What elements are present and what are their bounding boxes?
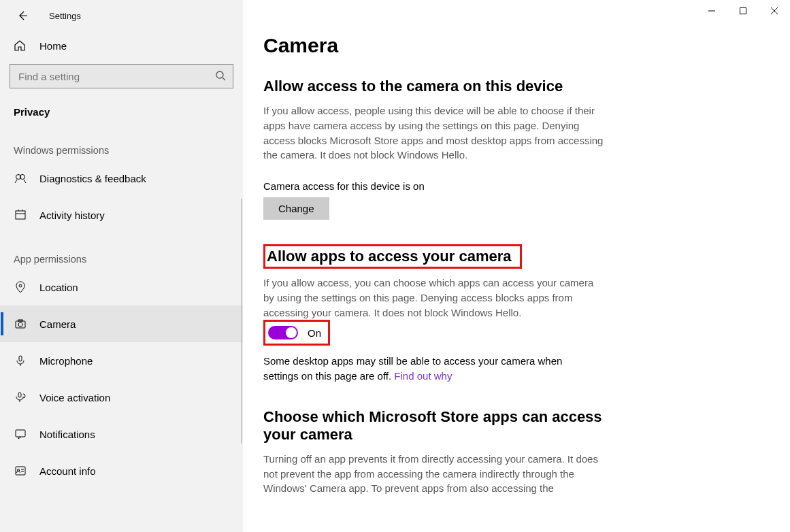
nav-notifications[interactable]: Notifications — [0, 416, 243, 452]
section-windows-permissions: Windows permissions — [0, 124, 243, 160]
svg-point-8 — [19, 284, 22, 287]
nav-label: Activity history — [39, 210, 105, 221]
home-nav[interactable]: Home — [0, 30, 243, 61]
page-title: Camera — [263, 34, 790, 57]
section-heading: Allow access to the camera on this devic… — [263, 78, 790, 95]
svg-rect-14 — [16, 430, 25, 437]
camera-status-text: Camera access for this device is on — [263, 180, 790, 192]
search-box[interactable] — [10, 64, 233, 88]
nav-label: Account info — [39, 465, 96, 477]
back-button[interactable] — [15, 8, 30, 23]
nav-microphone[interactable]: Microphone — [0, 342, 243, 379]
svg-point-10 — [18, 322, 22, 327]
nav-label: Voice activation — [39, 392, 110, 403]
feedback-icon — [14, 172, 27, 184]
nav-label: Notifications — [39, 429, 95, 440]
nav-label: Microphone — [39, 355, 93, 367]
section-heading: Choose which Microsoft Store apps can ac… — [263, 408, 604, 444]
search-icon — [215, 70, 226, 83]
svg-rect-15 — [16, 467, 25, 475]
home-icon — [14, 39, 27, 52]
home-label: Home — [39, 40, 67, 52]
nav-camera[interactable]: Camera — [0, 305, 243, 342]
highlight-annotation: Allow apps to access your camera — [263, 244, 522, 269]
allow-apps-toggle[interactable] — [268, 326, 298, 339]
sidebar: Settings Home Privacy Windows permission… — [0, 0, 243, 532]
nav-diagnostics[interactable]: Diagnostics & feedback — [0, 160, 243, 197]
nav-activity-history[interactable]: Activity history — [0, 197, 243, 233]
svg-rect-13 — [18, 393, 21, 397]
section-heading: Allow apps to access your camera — [267, 248, 512, 265]
minimize-icon — [708, 7, 716, 15]
back-arrow-icon — [17, 10, 28, 21]
nav-label: Camera — [39, 318, 76, 330]
location-icon — [14, 281, 27, 293]
find-out-why-link[interactable]: Find out why — [394, 370, 452, 382]
nav-label: Location — [39, 282, 78, 293]
category-label: Privacy — [0, 95, 243, 124]
toggle-knob — [286, 327, 297, 338]
section-description: If you allow access, people using this d… — [263, 103, 604, 163]
section-app-permissions: App permissions — [0, 233, 243, 269]
camera-icon — [14, 318, 27, 330]
nav-label: Diagnostics & feedback — [39, 173, 146, 184]
search-input[interactable] — [18, 71, 215, 82]
microphone-icon — [14, 354, 27, 367]
history-icon — [14, 209, 27, 221]
nav-voice-activation[interactable]: Voice activation — [0, 379, 243, 416]
voice-icon — [14, 391, 27, 403]
section-store-apps: Choose which Microsoft Store apps can ac… — [263, 408, 790, 496]
close-icon — [770, 7, 778, 15]
highlight-annotation: On — [263, 320, 330, 346]
maximize-icon — [739, 7, 747, 15]
section-app-access: Allow apps to access your camera If you … — [263, 244, 790, 384]
section-description: If you allow access, you can choose whic… — [263, 276, 604, 320]
minimize-button[interactable] — [696, 0, 727, 22]
section-device-access: Allow access to the camera on this devic… — [263, 78, 790, 220]
svg-rect-20 — [740, 8, 746, 14]
main-content: Camera Allow access to the camera on thi… — [243, 0, 790, 532]
change-button[interactable]: Change — [263, 197, 329, 220]
app-title: Settings — [49, 11, 81, 21]
svg-rect-11 — [18, 320, 22, 321]
svg-point-0 — [216, 71, 223, 78]
nav-location[interactable]: Location — [0, 269, 243, 305]
maximize-button[interactable] — [727, 0, 759, 22]
notifications-icon — [14, 428, 27, 440]
toggle-state-label: On — [308, 327, 321, 339]
svg-rect-12 — [19, 356, 22, 361]
close-button[interactable] — [759, 0, 790, 22]
section-description: Turning off an app prevents it from dire… — [263, 452, 604, 496]
svg-rect-4 — [16, 211, 25, 219]
title-bar: Settings — [0, 8, 243, 30]
nav-account-info[interactable]: Account info — [0, 452, 243, 489]
svg-line-1 — [223, 78, 225, 80]
window-controls — [696, 0, 790, 22]
account-icon — [14, 465, 27, 477]
divider — [241, 199, 242, 444]
